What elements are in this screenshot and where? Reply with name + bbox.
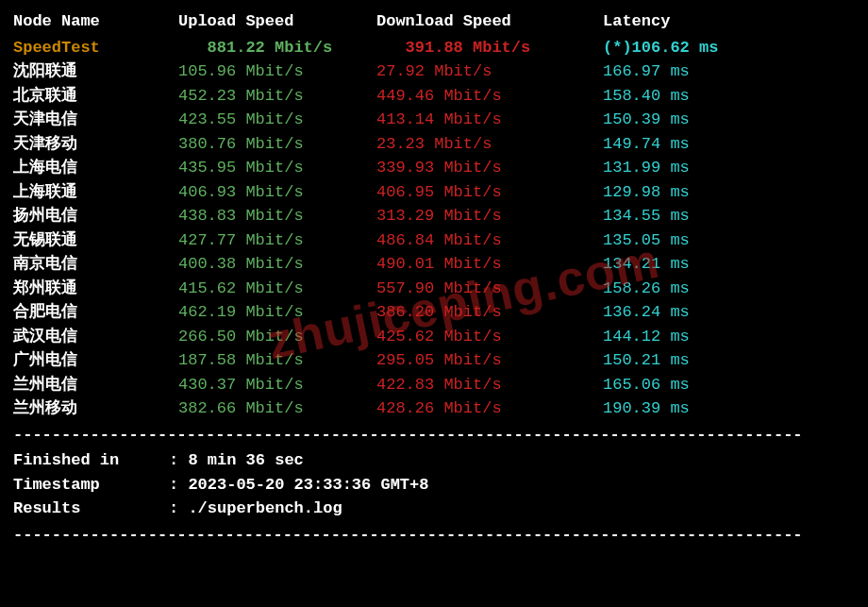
node-name: 天津电信 [13, 108, 178, 132]
table-row: 兰州移动 382.66 Mbit/s 428.26 Mbit/s 190.39 … [13, 396, 855, 421]
results-label: Results [13, 497, 169, 521]
download-speed: 339.93 Mbit/s [376, 156, 603, 180]
table-row: 北京联通 452.23 Mbit/s 449.46 Mbit/s 158.40 … [13, 84, 855, 109]
download-speed: 406.95 Mbit/s [376, 180, 603, 205]
timestamp-label: Timestamp [13, 473, 169, 497]
upload-speed: 382.66 Mbit/s [178, 396, 376, 421]
download-speed: 449.46 Mbit/s [376, 84, 603, 109]
node-name: 兰州电信 [13, 373, 178, 397]
table-row: 上海联通 406.93 Mbit/s 406.95 Mbit/s 129.98 … [13, 180, 855, 205]
latency: 158.40 ms [603, 84, 855, 109]
node-name: 广州电信 [13, 348, 178, 373]
upload-speed: 415.62 Mbit/s [178, 277, 376, 301]
finished-label: Finished in [13, 448, 169, 473]
node-name: 兰州移动 [13, 396, 178, 421]
table-row: 广州电信 187.58 Mbit/s 295.05 Mbit/s 150.21 … [13, 348, 855, 373]
upload-speed: 462.19 Mbit/s [178, 300, 376, 325]
table-row: 武汉电信 266.50 Mbit/s 425.62 Mbit/s 144.12 … [13, 325, 855, 349]
table-row: 天津移动 380.76 Mbit/s 23.23 Mbit/s 149.74 m… [13, 132, 855, 157]
table-row: 兰州电信 430.37 Mbit/s 422.83 Mbit/s 165.06 … [13, 373, 855, 397]
table-row: 沈阳联通 105.96 Mbit/s 27.92 Mbit/s 166.97 m… [13, 59, 855, 84]
upload-speed: 380.76 Mbit/s [178, 132, 376, 157]
upload-speed: 187.58 Mbit/s [178, 348, 376, 373]
results-value: : ./superbench.log [169, 497, 855, 521]
latency: 144.12 ms [603, 325, 855, 349]
upload-speed: 406.93 Mbit/s [178, 180, 376, 205]
download-speed: 23.23 Mbit/s [376, 132, 603, 157]
header-download: Download Speed [376, 9, 603, 34]
download-speed: 27.92 Mbit/s [376, 59, 603, 84]
upload-speed: 105.96 Mbit/s [178, 59, 376, 84]
download-speed: 428.26 Mbit/s [376, 396, 603, 421]
speedtest-upload: 881.22 Mbit/s [178, 36, 376, 60]
node-name: 上海电信 [13, 156, 178, 180]
latency: 190.39 ms [603, 396, 855, 421]
finished-value: : 8 min 36 sec [169, 448, 855, 473]
divider-bottom: ----------------------------------------… [13, 523, 855, 548]
latency: 150.21 ms [603, 348, 855, 373]
footer-finished: Finished in : 8 min 36 sec [13, 448, 855, 473]
download-speed: 413.14 Mbit/s [376, 108, 603, 132]
node-name: 北京联通 [13, 84, 178, 109]
download-speed: 422.83 Mbit/s [376, 373, 603, 397]
node-name: 郑州联通 [13, 277, 178, 301]
table-row: 郑州联通 415.62 Mbit/s 557.90 Mbit/s 158.26 … [13, 277, 855, 301]
latency: 131.99 ms [603, 156, 855, 180]
upload-speed: 438.83 Mbit/s [178, 204, 376, 228]
upload-speed: 430.37 Mbit/s [178, 373, 376, 397]
upload-speed: 452.23 Mbit/s [178, 84, 376, 109]
download-speed: 386.20 Mbit/s [376, 300, 603, 325]
latency: 165.06 ms [603, 373, 855, 397]
upload-speed: 400.38 Mbit/s [178, 252, 376, 277]
footer-timestamp: Timestamp : 2023-05-20 23:33:36 GMT+8 [13, 473, 855, 497]
latency: 129.98 ms [603, 180, 855, 205]
download-speed: 295.05 Mbit/s [376, 348, 603, 373]
upload-speed: 427.77 Mbit/s [178, 228, 376, 253]
header-node: Node Name [13, 9, 178, 34]
speedtest-download: 391.88 Mbit/s [376, 36, 603, 60]
header-latency: Latency [603, 9, 855, 34]
header-upload: Upload Speed [178, 9, 376, 34]
latency: 134.55 ms [603, 204, 855, 228]
timestamp-value: : 2023-05-20 23:33:36 GMT+8 [169, 473, 855, 497]
node-name: 无锡联通 [13, 228, 178, 253]
latency: 158.26 ms [603, 277, 855, 301]
table-row: 上海电信 435.95 Mbit/s 339.93 Mbit/s 131.99 … [13, 156, 855, 180]
latency: 135.05 ms [603, 228, 855, 253]
download-speed: 486.84 Mbit/s [376, 228, 603, 253]
latency: 149.74 ms [603, 132, 855, 157]
upload-speed: 266.50 Mbit/s [178, 325, 376, 349]
latency: 150.39 ms [603, 108, 855, 132]
divider: ----------------------------------------… [13, 423, 855, 447]
node-name: 武汉电信 [13, 325, 178, 349]
speedtest-node: SpeedTest [13, 36, 178, 60]
latency: 166.97 ms [603, 59, 855, 84]
node-name: 合肥电信 [13, 300, 178, 325]
node-name: 沈阳联通 [13, 59, 178, 84]
node-name: 南京电信 [13, 252, 178, 277]
table-row: 无锡联通 427.77 Mbit/s 486.84 Mbit/s 135.05 … [13, 228, 855, 253]
download-speed: 557.90 Mbit/s [376, 277, 603, 301]
node-name: 上海联通 [13, 180, 178, 205]
latency: 134.21 ms [603, 252, 855, 277]
table-row: 扬州电信 438.83 Mbit/s 313.29 Mbit/s 134.55 … [13, 204, 855, 228]
node-name: 天津移动 [13, 132, 178, 157]
download-speed: 490.01 Mbit/s [376, 252, 603, 277]
table-row: 合肥电信 462.19 Mbit/s 386.20 Mbit/s 136.24 … [13, 300, 855, 325]
latency: 136.24 ms [603, 300, 855, 325]
footer-results: Results : ./superbench.log [13, 497, 855, 521]
download-speed: 425.62 Mbit/s [376, 325, 603, 349]
download-speed: 313.29 Mbit/s [376, 204, 603, 228]
node-name: 扬州电信 [13, 204, 178, 228]
speedtest-row: SpeedTest 881.22 Mbit/s 391.88 Mbit/s (*… [13, 36, 855, 60]
speedtest-latency: (*)106.62 ms [603, 36, 855, 60]
table-header: Node Name Upload Speed Download Speed La… [13, 9, 855, 34]
table-row: 南京电信 400.38 Mbit/s 490.01 Mbit/s 134.21 … [13, 252, 855, 277]
upload-speed: 423.55 Mbit/s [178, 108, 376, 132]
table-row: 天津电信 423.55 Mbit/s 413.14 Mbit/s 150.39 … [13, 108, 855, 132]
upload-speed: 435.95 Mbit/s [178, 156, 376, 180]
